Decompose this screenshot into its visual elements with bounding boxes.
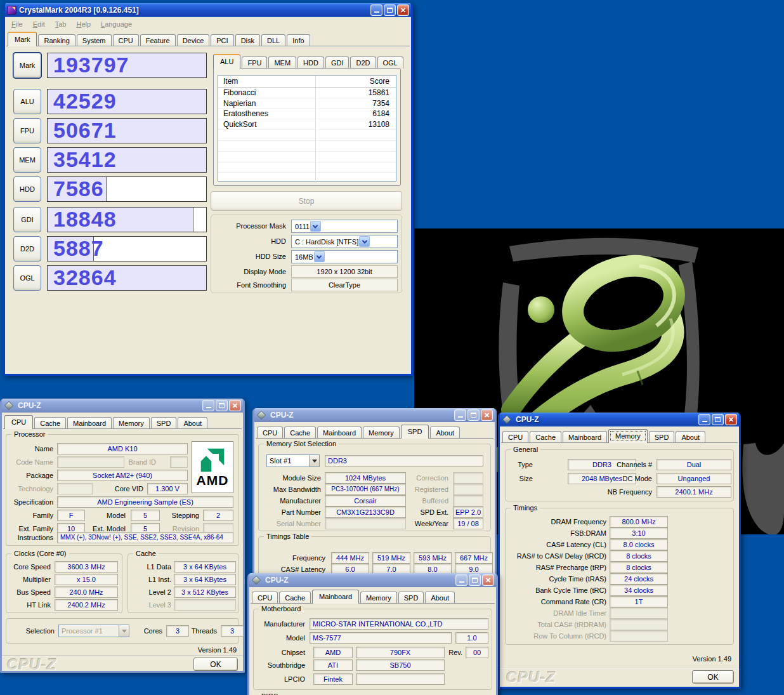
multiplier-label: Multiplier <box>23 576 51 583</box>
slot-select[interactable]: Slot #1 <box>266 454 320 467</box>
score-button-alu[interactable]: ALU <box>13 89 41 114</box>
tab-cpu[interactable]: CPU <box>502 431 528 443</box>
tab-mainboard[interactable]: Mainboard <box>312 590 359 604</box>
tab-spd[interactable]: SPD <box>649 431 675 443</box>
chevron-down-icon[interactable] <box>119 625 129 637</box>
cpuz-titlebar[interactable]: CPU-Z ✕ <box>249 573 496 587</box>
column-header-item[interactable]: Item <box>218 76 316 87</box>
week-year-value: 19 / 08 <box>453 518 483 529</box>
chevron-down-icon[interactable] <box>359 236 370 247</box>
maximize-icon[interactable] <box>216 400 228 411</box>
tab-mainboard[interactable]: Mainboard <box>563 431 607 443</box>
tab-mark[interactable]: Mark <box>8 32 37 46</box>
tab-about[interactable]: About <box>178 417 207 429</box>
menu-help[interactable]: Help <box>76 20 91 28</box>
brand-id-value <box>170 456 188 468</box>
part-number-label: Part Number <box>282 508 321 516</box>
item-cell: Fibonacci <box>218 88 316 98</box>
tab-memory[interactable]: Memory <box>608 429 648 443</box>
subtab-d2d[interactable]: D2D <box>350 56 376 69</box>
level3-label: Level 3 <box>149 601 171 609</box>
tab-mainboard[interactable]: Mainboard <box>317 427 362 439</box>
subtab-ogl[interactable]: OGL <box>377 56 403 69</box>
score-button-hdd[interactable]: HDD <box>13 176 41 202</box>
tab-cpu[interactable]: CPU <box>113 34 139 46</box>
bios-group-label: BIOS <box>259 692 280 695</box>
tab-cache[interactable]: Cache <box>530 431 561 443</box>
score-button-ogl[interactable]: OGL <box>13 265 41 291</box>
tab-pci[interactable]: PCI <box>211 34 233 46</box>
score-button-fpu[interactable]: FPU <box>13 118 41 143</box>
score-button-d2d[interactable]: D2D <box>13 236 41 261</box>
tab-device[interactable]: Device <box>177 34 210 46</box>
tab-about[interactable]: About <box>676 431 705 443</box>
tab-cpu[interactable]: CPU <box>257 427 283 439</box>
cpuz-titlebar[interactable]: CPU-Z ✕ <box>254 408 495 422</box>
score-button-mem[interactable]: MEM <box>13 147 41 173</box>
menu-edit[interactable]: Edit <box>33 20 45 28</box>
subtab-hdd[interactable]: HDD <box>297 56 324 69</box>
menu-tab[interactable]: Tab <box>55 20 67 28</box>
rev-value: 00 <box>466 647 488 658</box>
tab-ranking[interactable]: Ranking <box>38 34 75 46</box>
crystalmark-titlebar[interactable]: CrystalMark 2004R3 [0.9.126.451] ✕ <box>5 3 411 17</box>
hdd-select[interactable]: C : HardDisk [NTFS] <box>291 235 398 248</box>
minimize-icon[interactable] <box>202 400 214 411</box>
subtab-gdi[interactable]: GDI <box>325 56 350 69</box>
tab-memory[interactable]: Memory <box>363 427 400 439</box>
maximize-icon[interactable] <box>712 414 724 425</box>
tab-dll[interactable]: DLL <box>261 34 285 46</box>
menu-language[interactable]: Language <box>101 20 132 28</box>
subtab-alu[interactable]: ALU <box>213 54 240 69</box>
tab-disk[interactable]: Disk <box>235 34 260 46</box>
subtab-mem[interactable]: MEM <box>268 56 296 69</box>
close-icon[interactable]: ✕ <box>482 574 494 586</box>
chevron-down-icon[interactable] <box>309 455 319 467</box>
chevron-down-icon[interactable] <box>314 251 325 262</box>
maximize-icon[interactable] <box>384 4 396 16</box>
maximize-icon[interactable] <box>467 409 480 421</box>
minimize-icon[interactable] <box>455 574 467 586</box>
tab-spd[interactable]: SPD <box>401 425 429 439</box>
tab-memory[interactable]: Memory <box>113 417 150 429</box>
minimize-icon[interactable] <box>454 409 466 421</box>
ok-button[interactable]: OK <box>692 670 734 684</box>
tab-about[interactable]: About <box>430 427 460 439</box>
close-icon[interactable]: ✕ <box>725 414 737 425</box>
cpuz-titlebar[interactable]: CPU-Z ✕ <box>500 413 739 427</box>
close-icon[interactable]: ✕ <box>397 4 409 16</box>
selection-select[interactable]: Processor #1 <box>58 625 129 637</box>
ok-button[interactable]: OK <box>193 658 238 671</box>
score-button-mark[interactable]: Mark <box>13 53 41 78</box>
column-header-score[interactable]: Score <box>316 77 396 86</box>
tab-cache[interactable]: Cache <box>34 417 66 429</box>
tab-cache[interactable]: Cache <box>279 592 311 604</box>
tab-mainboard[interactable]: Mainboard <box>67 417 112 429</box>
stop-button[interactable]: Stop <box>211 191 402 211</box>
menu-file[interactable]: File <box>11 20 23 28</box>
tab-info[interactable]: Info <box>287 34 310 46</box>
tab-cpu[interactable]: CPU <box>4 415 33 429</box>
cpuz-titlebar[interactable]: CPU-Z ✕ <box>2 399 243 413</box>
tab-cache[interactable]: Cache <box>284 427 316 439</box>
tab-system[interactable]: System <box>77 34 112 46</box>
score-button-gdi[interactable]: GDI <box>13 207 41 232</box>
minimize-icon[interactable] <box>370 4 382 16</box>
hdd-size-select[interactable]: 16MB <box>291 250 398 263</box>
tab-cpu[interactable]: CPU <box>252 592 278 604</box>
close-icon[interactable]: ✕ <box>229 400 241 411</box>
timing-label: Bank Cycle Time (tRC) <box>535 586 606 594</box>
maximize-icon[interactable] <box>469 574 481 586</box>
chipset-label: Chipset <box>282 649 305 656</box>
tab-memory[interactable]: Memory <box>360 592 397 604</box>
processor-mask-select[interactable]: 0111 <box>291 220 398 233</box>
minimize-icon[interactable] <box>698 414 710 425</box>
subtab-fpu[interactable]: FPU <box>242 56 267 69</box>
frequency-value: 519 MHz <box>372 552 410 564</box>
tab-about[interactable]: About <box>425 592 455 604</box>
tab-spd[interactable]: SPD <box>151 417 177 429</box>
chevron-down-icon[interactable] <box>310 221 321 232</box>
close-icon[interactable]: ✕ <box>481 409 493 421</box>
tab-spd[interactable]: SPD <box>398 592 424 604</box>
tab-feature[interactable]: Feature <box>140 34 176 46</box>
